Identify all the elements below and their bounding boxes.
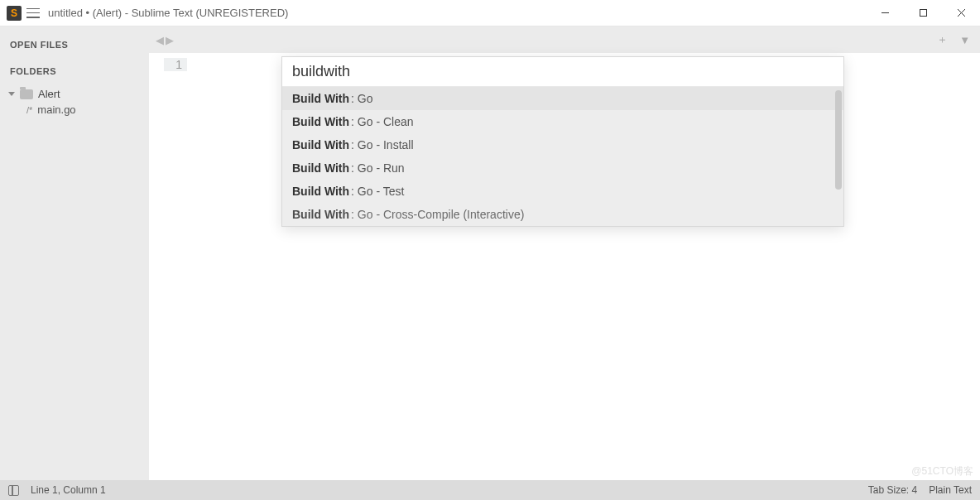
- palette-item[interactable]: Build With : Go - Cross-Compile (Interac…: [282, 203, 843, 226]
- nav-back-icon[interactable]: ◀: [156, 34, 164, 46]
- palette-item[interactable]: Build With : Go - Clean: [282, 110, 843, 133]
- command-palette: Build With : Go Build With : Go - Clean …: [281, 56, 844, 227]
- palette-item-prefix: Build With: [292, 161, 349, 175]
- statusbar: Line 1, Column 1 Tab Size: 4 Plain Text: [0, 480, 980, 500]
- main-body: OPEN FILES FOLDERS Alert /* main.go ◀ ▶ …: [0, 26, 980, 480]
- tab-nav-arrows: ◀ ▶: [156, 34, 174, 46]
- chevron-down-icon: [8, 92, 15, 96]
- window-controls: [866, 0, 980, 26]
- new-tab-button[interactable]: ＋: [934, 32, 951, 47]
- palette-item-prefix: Build With: [292, 208, 349, 221]
- editor-area: ◀ ▶ ＋ ▼ 1 Build With: [149, 26, 980, 480]
- tab-menu-icon[interactable]: ▼: [956, 34, 973, 46]
- palette-item-prefix: Build With: [292, 115, 349, 128]
- titlebar: S untitled • (Alert) - Sublime Text (UNR…: [0, 0, 980, 26]
- palette-item[interactable]: Build With : Go: [282, 87, 843, 110]
- window-title: untitled • (Alert) - Sublime Text (UNREG…: [48, 7, 866, 19]
- palette-item[interactable]: Build With : Go - Test: [282, 180, 843, 203]
- minimize-button[interactable]: [866, 0, 904, 26]
- palette-item-suffix: : Go: [351, 92, 372, 105]
- menu-icon[interactable]: [26, 8, 40, 18]
- file-name: main.go: [37, 103, 75, 116]
- folder-name: Alert: [38, 88, 60, 100]
- palette-results: Build With : Go Build With : Go - Clean …: [282, 87, 843, 226]
- palette-input[interactable]: [282, 57, 843, 86]
- palette-item-suffix: : Go - Clean: [351, 115, 413, 128]
- line-number: 1: [164, 58, 187, 71]
- maximize-button[interactable]: [904, 0, 942, 26]
- palette-item[interactable]: Build With : Go - Run: [282, 156, 843, 180]
- palette-item-prefix: Build With: [292, 138, 349, 151]
- palette-input-wrap: [282, 57, 843, 87]
- palette-item-suffix: : Go - Install: [351, 138, 413, 151]
- palette-item-suffix: : Go - Cross-Compile (Interactive): [351, 208, 524, 221]
- palette-item-prefix: Build With: [292, 185, 349, 198]
- syntax-mode[interactable]: Plain Text: [929, 484, 972, 496]
- maximize-icon: [919, 8, 928, 17]
- app-icon: S: [7, 6, 22, 21]
- close-icon: [957, 8, 966, 17]
- minimize-icon: [881, 8, 890, 17]
- code-area[interactable]: Build With : Go Build With : Go - Clean …: [199, 53, 980, 480]
- sidebar: OPEN FILES FOLDERS Alert /* main.go: [0, 26, 149, 480]
- palette-item[interactable]: Build With : Go - Install: [282, 133, 843, 156]
- palette-item-suffix: : Go - Test: [351, 185, 404, 198]
- open-files-heading: OPEN FILES: [10, 40, 139, 50]
- folder-icon: [20, 89, 33, 99]
- folders-heading: FOLDERS: [10, 66, 139, 76]
- cursor-position[interactable]: Line 1, Column 1: [31, 484, 106, 496]
- editor[interactable]: 1 Build With : Go Build With: [149, 53, 980, 480]
- folder-row[interactable]: Alert: [10, 86, 139, 102]
- palette-item-prefix: Build With: [292, 92, 349, 105]
- tab-size[interactable]: Tab Size: 4: [868, 484, 917, 496]
- palette-scrollbar[interactable]: [835, 90, 842, 190]
- palette-item-suffix: : Go - Run: [351, 161, 405, 175]
- svg-rect-1: [920, 10, 926, 17]
- nav-forward-icon[interactable]: ▶: [166, 34, 174, 46]
- gutter: 1: [149, 53, 199, 480]
- tab-strip: ◀ ▶ ＋ ▼: [149, 26, 980, 53]
- panel-toggle-icon[interactable]: [8, 485, 19, 496]
- file-type-icon: /*: [26, 105, 32, 115]
- close-button[interactable]: [942, 0, 980, 26]
- watermark: @51CTO博客: [911, 464, 973, 478]
- file-row[interactable]: /* main.go: [10, 102, 139, 118]
